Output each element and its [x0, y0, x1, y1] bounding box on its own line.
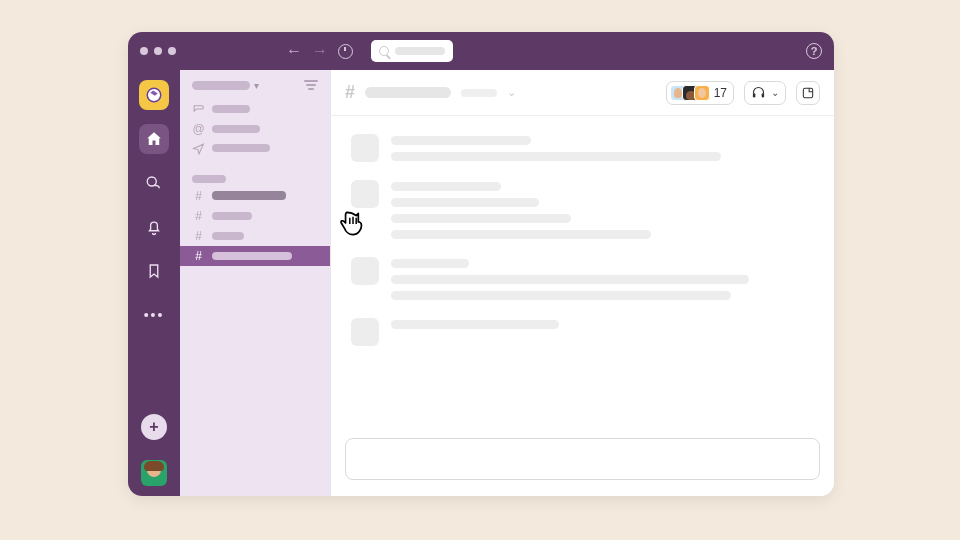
sidebar-item-drafts[interactable]: [180, 139, 330, 158]
bell-icon: [145, 218, 163, 236]
message-text-line: [391, 198, 539, 207]
sidebar-channel-3[interactable]: #: [180, 246, 330, 266]
chevron-down-icon: ▾: [254, 80, 259, 91]
sidebar: ▾ @ ####: [180, 70, 330, 496]
dm-icon: [145, 174, 163, 192]
help-button[interactable]: ?: [806, 43, 822, 59]
chevron-down-icon: ⌄: [507, 86, 516, 99]
message-avatar[interactable]: [351, 257, 379, 285]
message-list: [331, 116, 834, 438]
nav-home[interactable]: [139, 124, 169, 154]
close-window[interactable]: [140, 47, 148, 55]
huddle-button[interactable]: ⌄: [744, 81, 786, 105]
sidebar-item-label: [212, 232, 244, 240]
svg-rect-3: [753, 93, 756, 97]
svg-rect-4: [762, 93, 765, 97]
main: # ⌄ 17 ⌄: [330, 70, 834, 496]
message-composer[interactable]: [345, 438, 820, 480]
hash-icon: #: [192, 229, 205, 243]
workspace-logo-icon: [145, 86, 163, 104]
canvas-icon: [801, 86, 815, 100]
window-controls: [140, 47, 176, 55]
sidebar-item-threads[interactable]: [180, 100, 330, 119]
nav-later[interactable]: [139, 256, 169, 286]
channel-name[interactable]: [365, 87, 451, 98]
message-text-line: [391, 320, 559, 329]
back-button[interactable]: ←: [286, 43, 302, 59]
sidebar-channel-1[interactable]: #: [180, 206, 330, 226]
message-avatar[interactable]: [351, 180, 379, 208]
hash-icon: #: [192, 189, 205, 203]
nav-activity[interactable]: [139, 212, 169, 242]
message-text-line: [391, 214, 571, 223]
sidebar-section-header[interactable]: [180, 172, 330, 186]
nav-dms[interactable]: [139, 168, 169, 198]
sidebar-item-label: [212, 212, 252, 220]
forward-button[interactable]: →: [312, 43, 328, 59]
search-input[interactable]: [371, 40, 453, 62]
message-row[interactable]: [351, 318, 814, 346]
sidebar-item-label: [212, 144, 270, 152]
hash-icon: #: [192, 209, 205, 223]
add-button[interactable]: +: [141, 414, 167, 440]
sidebar-item-mentions[interactable]: @: [180, 119, 330, 139]
message-text-line: [391, 291, 731, 300]
hash-icon: #: [192, 249, 205, 263]
message-text-line: [391, 230, 651, 239]
members-button[interactable]: 17: [666, 81, 734, 105]
sidebar-channel-0[interactable]: #: [180, 186, 330, 206]
nav-controls: ← →: [286, 40, 453, 62]
message-avatar[interactable]: [351, 134, 379, 162]
sidebar-item-label: [212, 191, 286, 200]
history-button[interactable]: [338, 44, 353, 59]
message-text-line: [391, 259, 469, 268]
canvas-button[interactable]: [796, 81, 820, 105]
threads-icon: [192, 103, 205, 116]
sidebar-channel-2[interactable]: #: [180, 226, 330, 246]
message-text-line: [391, 182, 501, 191]
nav-rail: ••• +: [128, 70, 180, 496]
drafts-icon: [192, 142, 205, 155]
message-avatar[interactable]: [351, 318, 379, 346]
minimize-window[interactable]: [154, 47, 162, 55]
workspace-switcher[interactable]: [139, 80, 169, 110]
more-icon: •••: [144, 307, 165, 323]
hash-icon: #: [345, 82, 355, 103]
sidebar-item-label: [212, 125, 260, 133]
message-text-line: [391, 275, 749, 284]
mentions-icon: @: [192, 122, 205, 136]
svg-rect-5: [803, 88, 812, 97]
maximize-window[interactable]: [168, 47, 176, 55]
message-text-line: [391, 152, 721, 161]
message-text-line: [391, 136, 531, 145]
filter-button[interactable]: [304, 80, 318, 92]
sidebar-item-label: [212, 252, 292, 260]
titlebar: ← → ?: [128, 32, 834, 70]
search-icon: [379, 46, 389, 56]
app-window: ← → ? ••: [128, 32, 834, 496]
home-icon: [145, 130, 163, 148]
members-count: 17: [714, 86, 727, 100]
message-row[interactable]: [351, 134, 814, 162]
channel-topic[interactable]: [461, 89, 497, 97]
member-avatars: [670, 85, 710, 101]
message-row[interactable]: [351, 257, 814, 300]
user-avatar[interactable]: [141, 460, 167, 486]
chevron-down-icon: ⌄: [771, 87, 779, 98]
search-placeholder: [395, 47, 445, 55]
headphones-icon: [751, 85, 766, 100]
bookmark-icon: [145, 262, 163, 280]
avatar: [694, 85, 710, 101]
sidebar-item-label: [212, 105, 250, 113]
channel-header: # ⌄ 17 ⌄: [331, 70, 834, 116]
nav-more[interactable]: •••: [139, 300, 169, 330]
workspace-name[interactable]: [192, 81, 250, 90]
message-row[interactable]: [351, 180, 814, 239]
